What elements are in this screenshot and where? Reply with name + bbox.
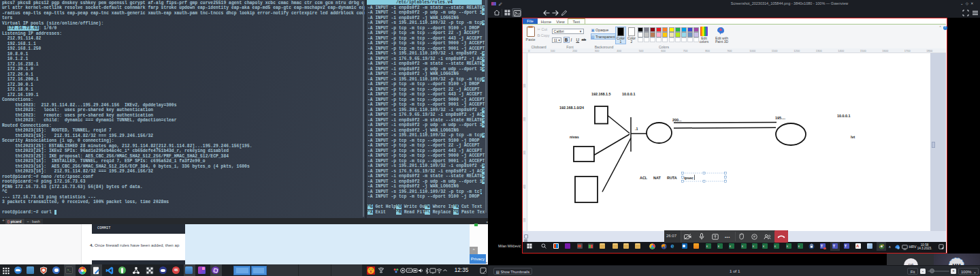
svg-text:200...: 200...: [672, 118, 682, 122]
svg-text:10.0.0.1: 10.0.0.1: [837, 113, 850, 117]
svg-text:nivas: nivas: [570, 134, 579, 138]
svg-text:RUTA: RUTA: [667, 176, 677, 180]
svg-text:ipsec: ipsec: [684, 176, 693, 180]
svg-text:10.0.0.1: 10.0.0.1: [622, 91, 635, 95]
svg-text:.1: .1: [635, 126, 638, 130]
svg-text:192.168.1.0/24: 192.168.1.0/24: [559, 105, 584, 109]
svg-text:lvt: lvt: [851, 134, 855, 138]
svg-text:195....: 195....: [775, 115, 785, 119]
svg-text:ACL: ACL: [640, 176, 648, 180]
svg-text:NAT: NAT: [653, 176, 661, 180]
svg-text:192.168.1.5: 192.168.1.5: [591, 91, 610, 95]
